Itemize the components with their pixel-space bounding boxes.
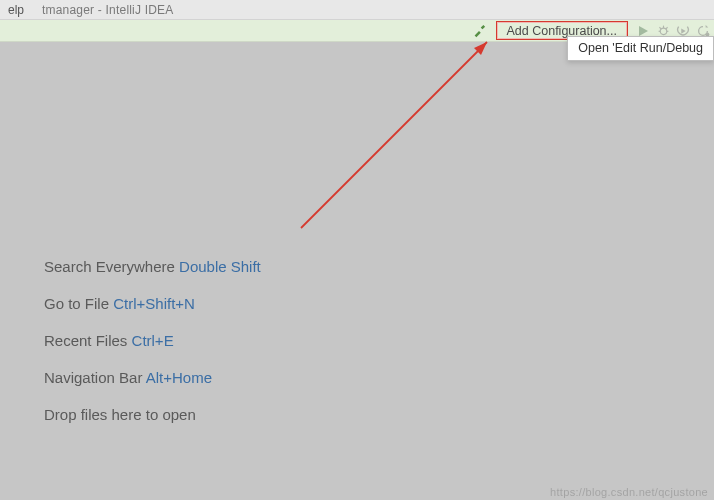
- tooltip-text: Open 'Edit Run/Debug: [578, 41, 703, 55]
- tip-label: Go to File: [44, 295, 113, 312]
- tip-shortcut: Alt+Home: [146, 369, 212, 386]
- window-title: tmanager - IntelliJ IDEA: [30, 3, 174, 17]
- svg-line-5: [665, 27, 667, 29]
- tip-shortcut: Ctrl+E: [132, 332, 174, 349]
- welcome-tips: Search Everywhere Double Shift Go to Fil…: [44, 258, 261, 443]
- tip-recent-files: Recent Files Ctrl+E: [44, 332, 261, 350]
- svg-line-7: [301, 42, 487, 228]
- build-icon[interactable]: [470, 22, 488, 40]
- menu-help[interactable]: elp: [2, 3, 30, 17]
- tip-label: Drop files here to open: [44, 406, 196, 423]
- svg-point-0: [660, 28, 667, 35]
- menu-bar: elp tmanager - IntelliJ IDEA: [0, 0, 714, 20]
- tip-label: Recent Files: [44, 332, 132, 349]
- svg-line-4: [659, 27, 661, 29]
- tip-drop-files: Drop files here to open: [44, 406, 261, 424]
- tip-label: Navigation Bar: [44, 369, 146, 386]
- tip-search-everywhere: Search Everywhere Double Shift: [44, 258, 261, 276]
- tip-go-to-file: Go to File Ctrl+Shift+N: [44, 295, 261, 313]
- watermark: https://blog.csdn.net/qcjustone: [550, 486, 708, 498]
- tip-navigation-bar: Navigation Bar Alt+Home: [44, 369, 261, 387]
- tip-shortcut: Double Shift: [179, 258, 261, 275]
- tip-shortcut: Ctrl+Shift+N: [113, 295, 195, 312]
- tooltip-edit-run-debug: Open 'Edit Run/Debug: [567, 36, 714, 61]
- svg-marker-8: [474, 42, 487, 55]
- tip-label: Search Everywhere: [44, 258, 179, 275]
